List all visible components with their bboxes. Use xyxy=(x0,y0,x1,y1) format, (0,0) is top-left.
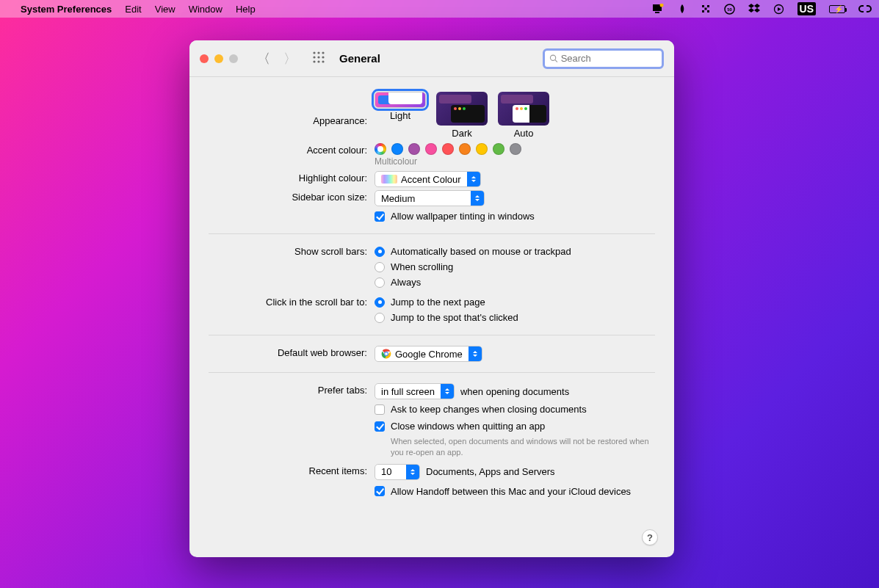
highlight-colour-chip-icon xyxy=(381,175,397,184)
help-button[interactable]: ? xyxy=(642,529,658,545)
svg-point-25 xyxy=(550,55,555,60)
divider xyxy=(209,335,655,335)
appearance-label: Appearance: xyxy=(209,92,375,126)
input-source-indicator[interactable]: US xyxy=(797,2,816,15)
appearance-option-auto[interactable] xyxy=(498,92,549,126)
divider xyxy=(209,372,655,373)
sidebar-icon-size-select[interactable]: Medium xyxy=(375,190,485,206)
dropbox-icon[interactable] xyxy=(748,4,760,14)
menubar: System Preferences Edit View Window Help… xyxy=(0,0,879,18)
scroll-click-radio-next-page[interactable]: Jump to the next page xyxy=(375,297,655,308)
accent-swatch-multicolour[interactable] xyxy=(375,143,386,155)
select-stepper-icon xyxy=(406,465,419,479)
svg-point-24 xyxy=(322,60,324,62)
window-title: General xyxy=(339,52,380,65)
search-input[interactable] xyxy=(561,53,657,64)
status-icon-3[interactable]: 50 xyxy=(724,4,735,15)
select-stepper-icon xyxy=(469,346,482,361)
show-all-button[interactable] xyxy=(313,51,325,65)
appearance-option-label: Auto xyxy=(514,128,534,139)
svg-marker-10 xyxy=(748,4,754,8)
svg-rect-5 xyxy=(702,10,704,12)
zoom-window-button[interactable] xyxy=(229,54,238,63)
svg-point-29 xyxy=(385,352,388,355)
battery-icon[interactable]: ⚡ xyxy=(829,5,845,13)
svg-marker-11 xyxy=(754,4,760,8)
close-window-button[interactable] xyxy=(200,54,209,63)
recent-items-label: Recent items: xyxy=(209,464,375,476)
wallpaper-tinting-checkbox[interactable]: Allow wallpaper tinting in windows xyxy=(375,211,655,222)
click-scroll-bar-label: Click in the scroll bar to: xyxy=(209,295,375,308)
highlight-colour-select[interactable]: Accent Colour xyxy=(375,171,481,187)
svg-rect-1 xyxy=(655,12,659,13)
svg-rect-7 xyxy=(704,8,706,10)
handoff-checkbox[interactable]: Allow Handoff between this Mac and your … xyxy=(375,486,655,497)
chrome-icon xyxy=(381,349,391,359)
prefer-tabs-label: Prefer tabs: xyxy=(209,383,375,396)
select-stepper-icon xyxy=(441,384,454,399)
select-stepper-icon xyxy=(467,172,480,186)
accent-swatch-green[interactable] xyxy=(493,143,504,155)
svg-point-22 xyxy=(313,60,315,62)
svg-point-21 xyxy=(322,56,324,58)
minimize-window-button[interactable] xyxy=(214,54,223,63)
svg-point-19 xyxy=(313,56,315,58)
scroll-bars-radio-always[interactable]: Always xyxy=(375,277,655,288)
svg-point-23 xyxy=(317,60,319,62)
accent-selected-name: Multicolour xyxy=(375,156,655,167)
highlight-colour-label: Highlight colour: xyxy=(209,171,375,184)
menubar-app-name[interactable]: System Preferences xyxy=(21,4,112,15)
svg-point-16 xyxy=(313,51,315,54)
svg-line-26 xyxy=(555,60,557,62)
appearance-option-dark[interactable] xyxy=(436,92,488,126)
svg-text:50: 50 xyxy=(727,7,732,12)
select-stepper-icon xyxy=(471,191,484,206)
prefer-tabs-suffix: when opening documents xyxy=(460,386,569,397)
sidebar-icon-size-label: Sidebar icon size: xyxy=(209,190,375,203)
menubar-item-edit[interactable]: Edit xyxy=(125,4,141,15)
accent-swatch-pink[interactable] xyxy=(425,143,437,155)
prefer-tabs-select[interactable]: in full screen xyxy=(375,383,455,399)
search-field[interactable] xyxy=(543,48,664,69)
svg-rect-4 xyxy=(707,5,709,7)
status-icon-play[interactable] xyxy=(773,4,784,15)
accent-swatch-purple[interactable] xyxy=(408,143,420,155)
close-windows-checkbox[interactable]: Close windows when quitting an app xyxy=(375,421,655,432)
accent-swatch-blue[interactable] xyxy=(391,143,403,155)
appearance-option-light[interactable] xyxy=(375,92,426,108)
preferences-window: 〈 〉 General Appearance: Light xyxy=(189,40,674,557)
svg-marker-13 xyxy=(754,8,760,12)
svg-point-18 xyxy=(322,51,324,54)
svg-marker-12 xyxy=(748,8,754,12)
accent-colour-label: Accent colour: xyxy=(209,143,375,156)
accent-swatch-grey[interactable] xyxy=(510,143,521,155)
status-icon-2[interactable] xyxy=(701,4,711,14)
recent-items-select[interactable]: 10 xyxy=(375,464,420,480)
accent-swatch-red[interactable] xyxy=(442,143,454,155)
status-icon-1[interactable] xyxy=(677,4,687,14)
menubar-item-window[interactable]: Window xyxy=(189,4,223,15)
forward-button: 〉 xyxy=(283,50,297,68)
notification-center-icon[interactable] xyxy=(652,4,664,14)
ask-keep-changes-checkbox[interactable]: Ask to keep changes when closing documen… xyxy=(375,404,655,415)
menubar-item-view[interactable]: View xyxy=(155,4,176,15)
accent-swatch-yellow[interactable] xyxy=(476,143,488,155)
accent-swatch-orange[interactable] xyxy=(459,143,471,155)
back-button[interactable]: 〈 xyxy=(257,50,270,68)
svg-point-20 xyxy=(317,56,319,58)
status-icon-link[interactable] xyxy=(858,4,872,13)
scroll-bars-radio-auto[interactable]: Automatically based on mouse or trackpad xyxy=(375,246,655,257)
default-browser-label: Default web browser: xyxy=(209,346,375,358)
recent-items-suffix: Documents, Apps and Servers xyxy=(426,466,555,477)
window-traffic-lights xyxy=(200,54,238,63)
scroll-bars-radio-scrolling[interactable]: When scrolling xyxy=(375,261,655,272)
scroll-click-radio-spot[interactable]: Jump to the spot that's clicked xyxy=(375,312,655,323)
menubar-item-help[interactable]: Help xyxy=(236,4,256,15)
show-scroll-bars-label: Show scroll bars: xyxy=(209,244,375,257)
appearance-option-label: Light xyxy=(390,110,410,121)
close-windows-note: When selected, open documents and window… xyxy=(391,436,655,458)
default-browser-select[interactable]: Google Chrome xyxy=(375,346,482,362)
svg-point-17 xyxy=(317,51,319,54)
appearance-option-label: Dark xyxy=(452,128,471,139)
search-icon xyxy=(549,54,558,63)
